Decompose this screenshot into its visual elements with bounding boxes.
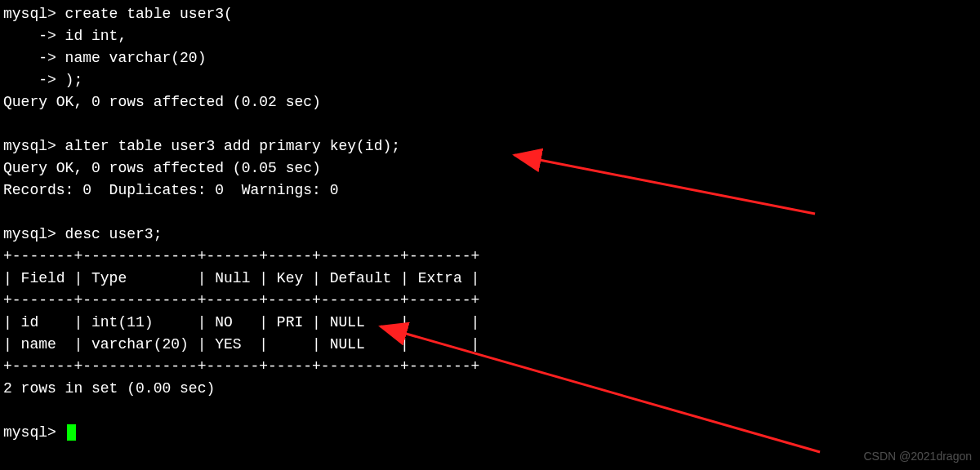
prompt-line: mysql> desc user3; — [3, 224, 977, 246]
sql-fragment: ); — [56, 72, 82, 88]
table-separator: +-------+-------------+------+-----+----… — [3, 246, 977, 268]
sql-command: desc user3; — [56, 226, 163, 242]
sql-command: alter table user3 add primary key(id); — [56, 138, 400, 154]
table-header: | Field | Type | Null | Key | Default | … — [3, 268, 977, 290]
mysql-prompt: mysql> — [3, 424, 65, 441]
prompt-line[interactable]: mysql> — [3, 422, 977, 444]
continuation-line: -> name varchar(20) — [3, 47, 977, 69]
query-result: Query OK, 0 rows affected (0.05 sec) — [3, 157, 977, 180]
prompt-line: mysql> alter table user3 add primary key… — [3, 135, 977, 157]
mysql-prompt: mysql> — [3, 138, 56, 154]
mysql-prompt: mysql> — [3, 6, 56, 22]
prompt-line: mysql> create table user3( — [3, 3, 977, 25]
cont-prompt: -> — [3, 50, 56, 66]
cont-prompt: -> — [3, 28, 56, 44]
blank-line — [3, 113, 977, 135]
cursor-icon — [67, 424, 76, 441]
table-row: | name | varchar(20) | YES | | NULL | | — [3, 334, 977, 356]
sql-fragment: name varchar(20) — [56, 50, 207, 66]
terminal-output: mysql> create table user3( -> id int, ->… — [3, 3, 977, 444]
continuation-line: -> id int, — [3, 25, 977, 47]
continuation-line: -> ); — [3, 69, 977, 91]
blank-line — [3, 400, 977, 422]
result-summary: 2 rows in set (0.00 sec) — [3, 378, 977, 400]
mysql-prompt: mysql> — [3, 226, 56, 242]
table-row: | id | int(11) | NO | PRI | NULL | | — [3, 312, 977, 334]
sql-fragment: id int, — [56, 28, 127, 44]
table-separator: +-------+-------------+------+-----+----… — [3, 356, 977, 378]
query-result: Query OK, 0 rows affected (0.02 sec) — [3, 91, 977, 113]
watermark: CSDN @2021dragon — [863, 448, 972, 465]
cont-prompt: -> — [3, 72, 56, 88]
sql-command: create table user3( — [56, 6, 233, 22]
query-result: Records: 0 Duplicates: 0 Warnings: 0 — [3, 180, 977, 202]
table-separator: +-------+-------------+------+-----+----… — [3, 290, 977, 312]
blank-line — [3, 202, 977, 224]
